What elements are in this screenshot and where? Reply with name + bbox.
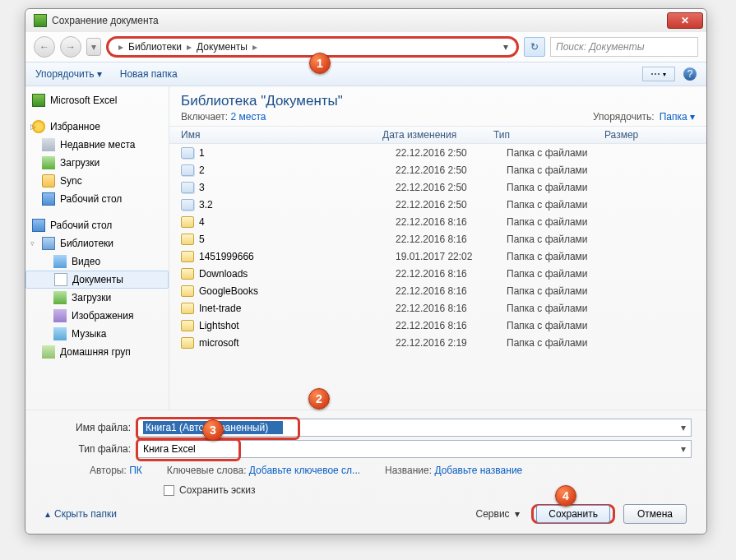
crumb-documents[interactable]: Документы	[197, 41, 248, 53]
sort-value[interactable]: Папка ▾	[660, 111, 695, 123]
document-icon	[54, 273, 67, 286]
folder-icon	[181, 268, 194, 280]
sidebar-item-homegroup[interactable]: Домашняя груп	[25, 343, 169, 361]
sidebar-item-downloads-lib[interactable]: Загрузки	[25, 289, 169, 307]
folder-icon	[181, 285, 194, 297]
keywords-label: Ключевые слова:	[167, 465, 247, 476]
sidebar-item-documents[interactable]: Документы	[25, 271, 169, 289]
sidebar-item-desktop[interactable]: Рабочий стол	[25, 216, 169, 234]
download-icon	[53, 291, 67, 304]
image-icon	[53, 309, 67, 322]
file-date: 19.01.2017 22:02	[396, 251, 507, 262]
refresh-button[interactable]: ↻	[524, 37, 545, 57]
file-name: microsoft	[199, 337, 396, 349]
col-date[interactable]: Дата изменения	[382, 129, 493, 141]
file-type: Папка с файлами	[507, 303, 618, 314]
file-date: 22.12.2016 8:16	[396, 234, 507, 245]
sidebar-item-favorites[interactable]: ▷ Избранное	[25, 118, 169, 136]
desktop-icon	[32, 219, 45, 232]
includes-label: Включает:	[181, 111, 228, 123]
back-button[interactable]: ←	[34, 36, 55, 58]
close-button[interactable]: ✕	[667, 12, 703, 29]
folder-icon	[181, 216, 194, 228]
table-row[interactable]: 322.12.2016 2:50Папка с файлами	[169, 178, 706, 196]
sidebar-item-label: Рабочий стол	[50, 220, 112, 231]
hide-folders-button[interactable]: ▴ Скрыть папки	[45, 508, 117, 520]
cancel-button-label: Отмена	[637, 508, 673, 520]
save-form: Имя файла: ▾ Тип файла: Книга Excel ▾ Ав	[25, 410, 706, 534]
sidebar-item-recent[interactable]: Недавние места	[25, 136, 169, 154]
table-row[interactable]: 422.12.2016 8:16Папка с файлами	[169, 213, 706, 230]
sidebar-item-excel[interactable]: Microsoft Excel	[25, 91, 169, 109]
table-row[interactable]: Downloads22.12.2016 8:16Папка с файлами	[169, 265, 706, 282]
table-row[interactable]: Lightshot22.12.2016 8:16Папка с файлами	[169, 317, 706, 334]
title-meta-value[interactable]: Добавьте название	[434, 465, 522, 476]
table-row[interactable]: 222.12.2016 2:50Папка с файлами	[169, 161, 706, 178]
sidebar-item-label: Загрузки	[60, 157, 100, 169]
file-date: 22.12.2016 8:16	[396, 303, 507, 314]
chevron-down-icon[interactable]: ▾	[681, 422, 686, 433]
tools-button[interactable]: Сервис ▾	[476, 508, 521, 520]
table-row[interactable]: Inet-trade22.12.2016 8:16Папка с файлами	[169, 299, 706, 317]
cancel-button[interactable]: Отмена	[623, 504, 687, 524]
view-button[interactable]: ▾	[642, 67, 675, 81]
authors-value[interactable]: ПК	[129, 465, 142, 476]
sidebar-item-video[interactable]: Видео	[25, 252, 169, 271]
sidebar-item-desktop-fav[interactable]: Рабочий стол	[25, 190, 169, 208]
sidebar-item-downloads[interactable]: Загрузки	[25, 154, 169, 172]
crumb-libraries[interactable]: Библиотеки	[128, 41, 182, 53]
folder-icon	[181, 234, 194, 245]
chevron-right-icon: ▷	[30, 123, 36, 131]
authors-label: Авторы:	[90, 465, 127, 476]
organize-button[interactable]: Упорядочить ▾	[35, 68, 102, 80]
sidebar-item-label: Музыка	[72, 328, 106, 340]
sidebar-item-label: Загрузки	[72, 292, 111, 303]
sidebar-item-music[interactable]: Музыка	[25, 325, 169, 343]
table-row[interactable]: GoogleBooks22.12.2016 8:16Папка с файлам…	[169, 282, 706, 299]
file-name: 4	[199, 216, 396, 228]
table-row[interactable]: microsoft22.12.2016 2:19Папка с файлами	[169, 334, 706, 351]
sidebar-item-sync[interactable]: Sync	[25, 172, 169, 190]
save-button-highlight: Сохранить	[531, 504, 615, 524]
file-type: Папка с файлами	[507, 320, 618, 331]
sidebar-item-libraries[interactable]: ▿ Библиотеки	[25, 234, 169, 252]
col-type[interactable]: Тип	[493, 129, 604, 141]
col-size[interactable]: Размер	[604, 129, 670, 141]
save-button[interactable]: Сохранить	[536, 505, 610, 523]
recent-locations-button[interactable]: ▾	[86, 38, 101, 56]
forward-button[interactable]: →	[60, 36, 81, 58]
file-type: Папка с файлами	[507, 199, 618, 211]
table-row[interactable]: 3.222.12.2016 2:50Папка с файлами	[169, 196, 706, 213]
titlebar: Сохранение документа ✕	[25, 9, 706, 32]
callout-4: 4	[555, 485, 576, 507]
title-meta-label: Название:	[385, 465, 432, 476]
filetype-select[interactable]: Книга Excel ▾	[137, 440, 692, 458]
music-icon	[53, 327, 67, 340]
file-type: Папка с файлами	[507, 251, 618, 262]
includes-link[interactable]: 2 места	[231, 111, 266, 123]
chevron-down-icon[interactable]: ▾	[681, 443, 686, 455]
save-thumbnail-label: Сохранить эскиз	[179, 484, 256, 496]
file-type: Папка с файлами	[507, 337, 618, 349]
file-date: 22.12.2016 2:19	[396, 337, 507, 349]
save-thumbnail-checkbox[interactable]	[164, 485, 174, 496]
table-row[interactable]: 122.12.2016 2:50Папка с файлами	[169, 144, 706, 161]
folder-icon	[181, 303, 194, 314]
excel-icon	[32, 94, 45, 107]
table-row[interactable]: 145199966619.01.2017 22:02Папка с файлам…	[169, 248, 706, 265]
table-row[interactable]: 522.12.2016 8:16Папка с файлами	[169, 230, 706, 248]
refresh-icon: ↻	[530, 41, 539, 53]
main-pane: Библиотека "Документы" Включает: 2 места…	[169, 86, 706, 410]
search-input[interactable]: Поиск: Документы	[550, 37, 698, 57]
col-name[interactable]: Имя	[181, 129, 382, 141]
help-icon: ?	[687, 68, 693, 80]
chevron-down-icon[interactable]: ▾	[503, 41, 508, 53]
filetype-label: Тип файла:	[40, 443, 137, 455]
help-button[interactable]: ?	[683, 67, 697, 81]
file-date: 22.12.2016 8:16	[396, 216, 507, 228]
new-folder-button[interactable]: Новая папка	[120, 68, 178, 80]
keywords-value[interactable]: Добавьте ключевое сл...	[249, 465, 360, 476]
save-dialog: Сохранение документа ✕ ← → ▾ ▸ Библиотек…	[25, 8, 707, 535]
file-type: Папка с файлами	[507, 285, 618, 297]
sidebar-item-images[interactable]: Изображения	[25, 307, 169, 325]
